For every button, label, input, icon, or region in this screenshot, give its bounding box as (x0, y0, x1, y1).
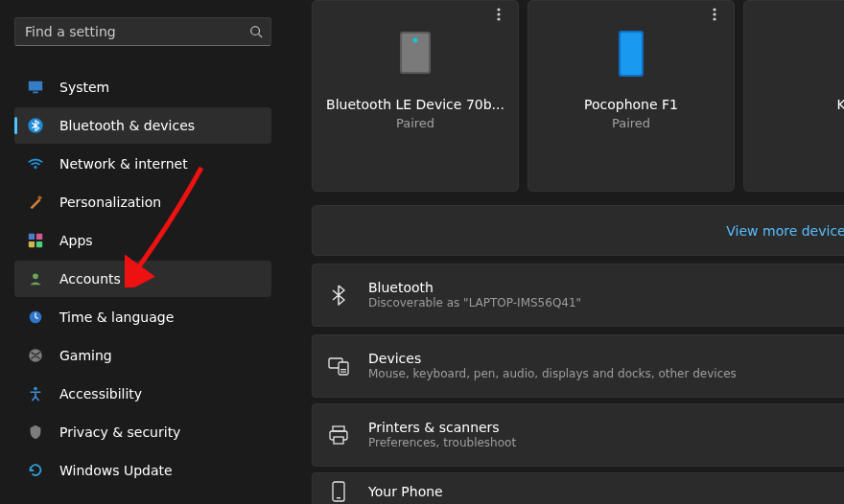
sidebar-item-label: Apps (59, 233, 93, 248)
svg-rect-45 (339, 362, 348, 375)
svg-rect-50 (334, 437, 343, 444)
sidebar-item-label: Network & internet (59, 156, 188, 172)
search-box[interactable] (14, 17, 271, 46)
svg-rect-47 (340, 372, 346, 373)
svg-rect-48 (333, 426, 344, 431)
sidebar-item-accessibility[interactable]: Accessibility (14, 376, 271, 412)
row-sub: Preferences, troubleshoot (368, 436, 516, 451)
svg-rect-7 (29, 234, 35, 240)
device-status: Paired (528, 116, 734, 130)
sidebar-item-label: Gaming (59, 348, 112, 363)
svg-point-15 (497, 8, 500, 11)
device-status: Paired (313, 116, 518, 130)
sidebar: System Bluetooth & devices Network & int… (14, 69, 271, 491)
svg-rect-3 (33, 92, 37, 94)
bluetooth-icon (326, 283, 351, 308)
row-printers-scanners[interactable]: Printers & scannersPreferences, troubles… (312, 403, 844, 467)
view-more-devices-link[interactable]: View more devices (726, 223, 844, 239)
device-name: Keyboa (744, 97, 844, 112)
svg-point-14 (34, 387, 37, 391)
more-icon[interactable] (701, 1, 728, 28)
sidebar-item-label: Personalization (59, 195, 161, 210)
sidebar-item-bluetooth-devices[interactable]: Bluetooth & devices (14, 107, 271, 144)
svg-point-16 (497, 12, 500, 15)
svg-point-23 (713, 17, 715, 20)
row-your-phone[interactable]: Your Phone (312, 472, 844, 504)
sidebar-item-privacy-security[interactable]: Privacy & security (14, 414, 271, 450)
sidebar-item-network[interactable]: Network & internet (14, 146, 271, 182)
search-icon (242, 25, 270, 38)
svg-rect-2 (29, 81, 42, 91)
window: System Bluetooth & devices Network & int… (0, 0, 844, 504)
wifi-icon (25, 153, 46, 174)
sidebar-item-windows-update[interactable]: Windows Update (14, 452, 271, 489)
sidebar-item-apps[interactable]: Apps (14, 222, 271, 259)
row-devices[interactable]: DevicesMouse, keyboard, pen, audio, disp… (312, 334, 844, 398)
row-sub: Mouse, keyboard, pen, audio, displays an… (368, 367, 737, 382)
apps-icon (25, 230, 46, 251)
svg-rect-6 (37, 195, 42, 200)
phone-icon (326, 479, 351, 504)
svg-rect-46 (340, 369, 346, 370)
svg-rect-8 (36, 234, 42, 240)
svg-line-1 (259, 34, 263, 38)
device-name: Bluetooth LE Device 70b... (313, 97, 518, 112)
row-title: Bluetooth (368, 279, 581, 296)
svg-rect-9 (29, 241, 35, 247)
device-name: Pocophone F1 (528, 97, 734, 112)
device-generic-icon (398, 30, 433, 76)
content-pane: Bluetooth LE Device 70b... Paired Pocoph… (293, 0, 844, 504)
svg-point-22 (713, 12, 715, 15)
clock-globe-icon (25, 307, 46, 328)
more-icon[interactable] (485, 1, 512, 28)
device-card[interactable]: Bluetooth LE Device 70b... Paired (312, 0, 519, 192)
sidebar-item-label: Accounts (59, 271, 121, 286)
sidebar-item-label: System (59, 80, 109, 95)
sidebar-item-time-language[interactable]: Time & language (14, 299, 271, 335)
device-card[interactable]: Pocophone F1 Paired (528, 0, 735, 192)
svg-point-0 (251, 27, 260, 35)
row-bluetooth[interactable]: BluetoothDiscoverable as "LAPTOP-IMS56Q4… (312, 263, 844, 327)
sidebar-item-personalization[interactable]: Personalization (14, 184, 271, 220)
row-title: Printers & scanners (368, 419, 516, 436)
device-card[interactable]: Keyboa Con (743, 0, 844, 192)
svg-rect-25 (621, 33, 642, 75)
sidebar-item-gaming[interactable]: Gaming (14, 337, 271, 374)
svg-rect-10 (36, 241, 42, 247)
paintbrush-icon (25, 192, 46, 213)
sidebar-item-label: Windows Update (59, 463, 173, 478)
row-title: Your Phone (368, 483, 443, 500)
row-sub: Discoverable as "LAPTOP-IMS56Q41" (368, 296, 581, 311)
devices-icon (326, 354, 351, 378)
svg-rect-52 (337, 497, 340, 498)
printer-icon (326, 423, 351, 447)
svg-point-11 (33, 273, 38, 279)
view-more-bar[interactable]: View more devices (312, 205, 844, 256)
sidebar-item-label: Time & language (59, 309, 174, 325)
sidebar-item-label: Accessibility (59, 386, 142, 401)
svg-point-21 (713, 8, 715, 11)
monitor-icon (25, 77, 46, 98)
person-icon (25, 268, 46, 289)
sidebar-item-label: Privacy & security (59, 424, 180, 440)
shield-icon (25, 422, 46, 443)
sidebar-item-accounts[interactable]: Accounts (14, 261, 271, 297)
device-phone-icon (618, 30, 645, 78)
accessibility-icon (25, 383, 46, 404)
row-title: Devices (368, 350, 737, 367)
update-icon (25, 460, 46, 481)
svg-point-17 (497, 17, 500, 20)
sidebar-item-system[interactable]: System (14, 69, 271, 105)
bluetooth-icon (25, 115, 46, 136)
svg-point-20 (413, 38, 418, 43)
device-status: Con (744, 116, 844, 130)
xbox-icon (25, 345, 46, 366)
svg-point-5 (34, 166, 36, 169)
sidebar-item-label: Bluetooth & devices (59, 118, 195, 133)
search-input[interactable] (15, 24, 242, 39)
svg-point-13 (29, 349, 42, 362)
